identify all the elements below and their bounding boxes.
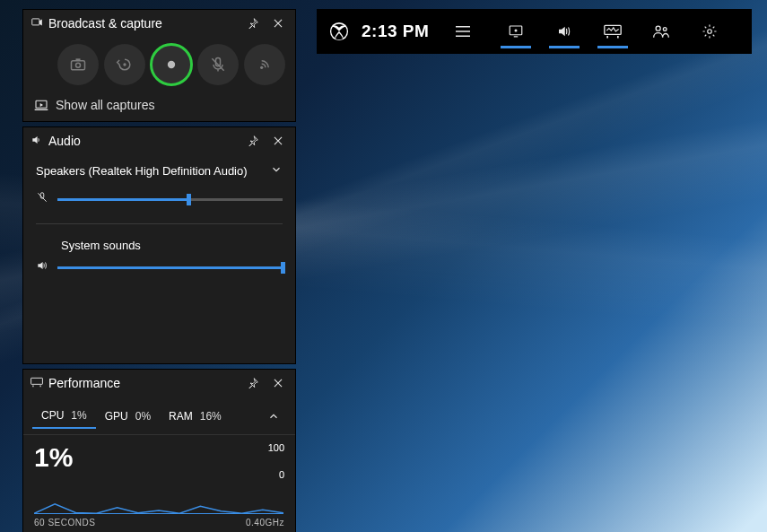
mic-volume-slider[interactable] [57, 198, 283, 201]
tab-gpu[interactable]: GPU 0% [96, 405, 160, 428]
svg-rect-19 [35, 109, 48, 110]
show-all-captures-link[interactable]: Show all captures [23, 92, 295, 121]
record-last-button[interactable] [104, 44, 145, 85]
pin-button[interactable] [243, 131, 263, 151]
svg-point-17 [260, 66, 263, 69]
audio-header: Audio [23, 127, 295, 154]
panel-title: Performance [48, 376, 238, 390]
speaker-icon[interactable] [36, 259, 48, 275]
svg-rect-13 [76, 58, 81, 61]
performance-panel: Performance CPU 1% GPU 0% RAM 16% [22, 369, 296, 532]
svg-rect-6 [617, 36, 619, 39]
slider-thumb[interactable] [281, 262, 285, 274]
cpu-big-value: 1% [34, 442, 73, 473]
widget-column: Broadcast & capture [22, 9, 296, 532]
svg-point-12 [76, 63, 81, 67]
svg-rect-11 [72, 61, 85, 70]
audio-panel: Audio Speakers (Realtek High Definition … [22, 126, 296, 364]
y-min: 0 [268, 469, 284, 480]
output-device-name: Speakers (Realtek High Definition Audio) [36, 164, 263, 178]
output-device-row[interactable]: Speakers (Realtek High Definition Audio) [36, 163, 283, 179]
speaker-icon [31, 134, 43, 149]
x-axis-label: 60 SECONDS [34, 518, 95, 528]
tab-label: CPU [41, 409, 64, 422]
svg-point-2 [515, 29, 518, 31]
performance-header: Performance [23, 370, 295, 397]
cpu-sparkline-chart [34, 478, 283, 514]
start-recording-button[interactable] [151, 44, 192, 85]
pin-button[interactable] [243, 13, 263, 33]
pin-button[interactable] [243, 373, 263, 393]
screenshot-button[interactable] [57, 44, 99, 85]
svg-point-9 [708, 30, 712, 34]
tab-ram[interactable]: RAM 16% [160, 405, 231, 428]
performance-icon [31, 376, 43, 390]
tool-performance[interactable] [588, 9, 637, 54]
svg-point-8 [663, 28, 667, 31]
chart-y-axis: 100 0 [268, 442, 284, 480]
clock: 2:13 PM [362, 22, 442, 41]
performance-body: 1% 100 0 60 SECONDS 0.40GHz [23, 435, 295, 532]
widgets-menu-button[interactable] [442, 9, 483, 54]
svg-rect-3 [514, 36, 519, 37]
divider [36, 223, 283, 224]
tab-value: 0% [135, 410, 151, 423]
system-sounds-label: System sounds [61, 239, 283, 252]
close-button[interactable] [268, 373, 288, 393]
svg-rect-23 [40, 386, 41, 388]
xbox-icon[interactable] [317, 22, 362, 41]
slider-fill [57, 198, 188, 201]
tab-value: 16% [200, 410, 222, 423]
tab-label: RAM [169, 410, 193, 423]
tool-settings[interactable] [685, 9, 734, 54]
svg-rect-21 [31, 378, 43, 384]
audio-body: Speakers (Realtek High Definition Audio)… [23, 154, 295, 363]
mic-toggle-button[interactable] [197, 44, 239, 85]
system-volume-row [36, 259, 283, 275]
svg-point-14 [123, 63, 126, 65]
capture-icon [31, 16, 43, 31]
capture-buttons [23, 37, 295, 92]
svg-point-7 [656, 26, 660, 31]
tool-social[interactable] [637, 9, 685, 54]
tab-value: 1% [71, 409, 86, 422]
chevron-down-icon [270, 163, 283, 179]
close-button[interactable] [268, 131, 288, 151]
mic-muted-icon[interactable] [36, 191, 48, 207]
close-button[interactable] [268, 13, 288, 33]
topbar-tools [492, 9, 734, 54]
y-max: 100 [268, 442, 284, 453]
slider-fill [57, 266, 283, 269]
collapse-button[interactable] [261, 410, 286, 423]
mic-volume-row [36, 191, 283, 207]
broadcast-capture-panel: Broadcast & capture [22, 9, 296, 122]
start-broadcast-button[interactable] [244, 44, 285, 85]
tab-label: GPU [105, 410, 128, 423]
svg-rect-10 [32, 18, 39, 24]
tool-audio[interactable] [540, 9, 588, 54]
panel-title: Audio [48, 134, 238, 148]
system-volume-slider[interactable] [57, 266, 283, 269]
cpu-frequency: 0.40GHz [246, 518, 284, 528]
slider-thumb[interactable] [187, 194, 191, 205]
tool-capture[interactable] [492, 9, 540, 54]
svg-point-15 [168, 61, 175, 68]
svg-rect-22 [32, 386, 33, 388]
performance-tabs: CPU 1% GPU 0% RAM 16% [23, 397, 295, 435]
game-bar-topbar: 2:13 PM [317, 9, 752, 54]
show-all-captures-label: Show all captures [56, 98, 155, 112]
svg-rect-5 [606, 36, 608, 39]
tab-cpu[interactable]: CPU 1% [32, 404, 96, 429]
panel-title: Broadcast & capture [48, 16, 238, 31]
broadcast-capture-header: Broadcast & capture [23, 10, 295, 37]
